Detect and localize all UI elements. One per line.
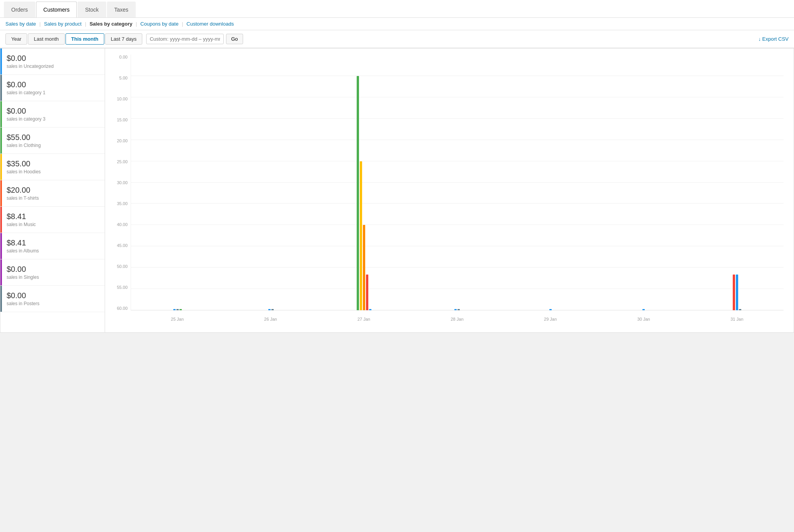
color-bar-3 xyxy=(0,128,2,154)
y-label-2: 50.00 xyxy=(111,264,131,269)
amount-0: $0.00 xyxy=(7,54,98,63)
main-content: $0.00 sales in Uncategorized $0.00 sales… xyxy=(0,48,794,333)
custom-date-input[interactable] xyxy=(146,34,224,44)
sidebar-item-6: $8.41 sales in Music xyxy=(0,207,105,233)
y-label-1: 55.00 xyxy=(111,285,131,290)
y-label-6: 30.00 xyxy=(111,180,131,185)
amount-6: $8.41 xyxy=(7,212,98,221)
bar-6-0 xyxy=(733,275,735,310)
tab-stock[interactable]: Stock xyxy=(78,2,106,17)
color-bar-4 xyxy=(0,154,2,180)
x-label-5: 30 Jan xyxy=(597,314,690,326)
bar-group-3 xyxy=(411,55,504,310)
amount-2: $0.00 xyxy=(7,107,98,116)
subnav-coupons-by-date[interactable]: Coupons by date xyxy=(140,21,178,27)
bar-4-0 xyxy=(549,309,552,310)
bar-2-0 xyxy=(357,76,359,310)
y-label-3: 45.00 xyxy=(111,243,131,248)
x-label-6: 31 Jan xyxy=(690,314,784,326)
tab-orders[interactable]: Orders xyxy=(4,2,35,17)
subnav-sales-by-product[interactable]: Sales by product xyxy=(44,21,81,27)
label-5: sales in T-shirts xyxy=(7,195,98,201)
color-bar-1 xyxy=(0,75,2,101)
bar-group-4 xyxy=(504,55,597,310)
label-6: sales in Music xyxy=(7,222,98,227)
color-bar-5 xyxy=(0,180,2,206)
bar-2-2 xyxy=(363,225,365,310)
go-button[interactable]: Go xyxy=(226,34,243,44)
bar-1-1 xyxy=(271,309,274,310)
tab-customers[interactable]: Customers xyxy=(36,2,77,17)
label-7: sales in Albums xyxy=(7,248,98,254)
label-4: sales in Hoodies xyxy=(7,169,98,174)
separator-3: | xyxy=(136,21,137,27)
label-2: sales in category 3 xyxy=(7,116,98,122)
filter-this-month[interactable]: This month xyxy=(66,33,104,45)
filter-last-7-days[interactable]: Last 7 days xyxy=(105,33,143,45)
chart-area: 60.0055.0050.0045.0040.0035.0030.0025.00… xyxy=(105,48,794,332)
y-label-9: 15.00 xyxy=(111,117,131,122)
bar-3-0 xyxy=(454,309,457,310)
filter-last-month[interactable]: Last month xyxy=(28,33,64,45)
bar-2-3 xyxy=(366,275,368,310)
label-3: sales in Clothing xyxy=(7,143,98,148)
separator-2: | xyxy=(85,21,86,27)
sidebar-item-5: $20.00 sales in T-shirts xyxy=(0,180,105,207)
bar-group-0 xyxy=(131,55,224,310)
amount-9: $0.00 xyxy=(7,291,98,300)
x-label-4: 29 Jan xyxy=(504,314,597,326)
bar-6-2 xyxy=(739,309,741,310)
x-label-0: 25 Jan xyxy=(131,314,224,326)
sidebar-item-7: $8.41 sales in Albums xyxy=(0,233,105,259)
label-9: sales in Posters xyxy=(7,301,98,306)
color-bar-2 xyxy=(0,101,2,127)
y-label-12: 0.00 xyxy=(111,55,131,59)
bar-3-1 xyxy=(457,309,460,310)
amount-7: $8.41 xyxy=(7,238,98,247)
y-axis: 60.0055.0050.0045.0040.0035.0030.0025.00… xyxy=(111,55,131,311)
subnav-sales-by-date[interactable]: Sales by date xyxy=(5,21,36,27)
sidebar-item-9: $0.00 sales in Posters xyxy=(0,286,105,312)
amount-3: $55.00 xyxy=(7,133,98,142)
subnav-customer-downloads[interactable]: Customer downloads xyxy=(186,21,234,27)
sidebar-item-3: $55.00 sales in Clothing xyxy=(0,128,105,154)
bar-2-1 xyxy=(360,161,362,310)
bar-group-5 xyxy=(597,55,690,310)
bar-6-1 xyxy=(736,275,738,310)
x-label-3: 28 Jan xyxy=(411,314,504,326)
label-1: sales in category 1 xyxy=(7,90,98,95)
filter-bar: Year Last month This month Last 7 days G… xyxy=(0,30,794,48)
amount-1: $0.00 xyxy=(7,80,98,89)
y-label-0: 60.00 xyxy=(111,306,131,311)
y-label-4: 40.00 xyxy=(111,222,131,227)
bar-group-1 xyxy=(224,55,317,310)
color-bar-6 xyxy=(0,207,2,233)
bar-group-6 xyxy=(690,55,784,310)
separator-1: | xyxy=(39,21,40,27)
separator-4: | xyxy=(182,21,183,27)
amount-8: $0.00 xyxy=(7,265,98,274)
export-csv-button[interactable]: ↓ Export CSV xyxy=(758,36,789,42)
y-label-11: 5.00 xyxy=(111,76,131,80)
sidebar-item-4: $35.00 sales in Hoodies xyxy=(0,154,105,180)
filter-year[interactable]: Year xyxy=(5,33,27,45)
sidebar-item-8: $0.00 sales in Singles xyxy=(0,259,105,286)
sub-nav: Sales by date | Sales by product | Sales… xyxy=(0,18,794,30)
bar-group-2 xyxy=(318,55,411,310)
amount-5: $20.00 xyxy=(7,186,98,195)
y-label-7: 25.00 xyxy=(111,159,131,164)
label-8: sales in Singles xyxy=(7,275,98,280)
x-axis: 25 Jan26 Jan27 Jan28 Jan29 Jan30 Jan31 J… xyxy=(131,314,784,326)
x-label-2: 27 Jan xyxy=(317,314,411,326)
tab-taxes[interactable]: Taxes xyxy=(107,2,136,17)
bar-0-2 xyxy=(180,309,182,310)
y-label-8: 20.00 xyxy=(111,138,131,143)
label-0: sales in Uncategorized xyxy=(7,64,98,69)
sidebar-item-2: $0.00 sales in category 3 xyxy=(0,101,105,128)
sidebar: $0.00 sales in Uncategorized $0.00 sales… xyxy=(0,48,105,332)
bar-1-0 xyxy=(268,309,271,310)
subnav-sales-by-category: Sales by category xyxy=(90,21,133,27)
bar-5-0 xyxy=(642,309,645,310)
bar-2-4 xyxy=(369,309,371,310)
top-nav: Orders Customers Stock Taxes xyxy=(0,0,794,18)
